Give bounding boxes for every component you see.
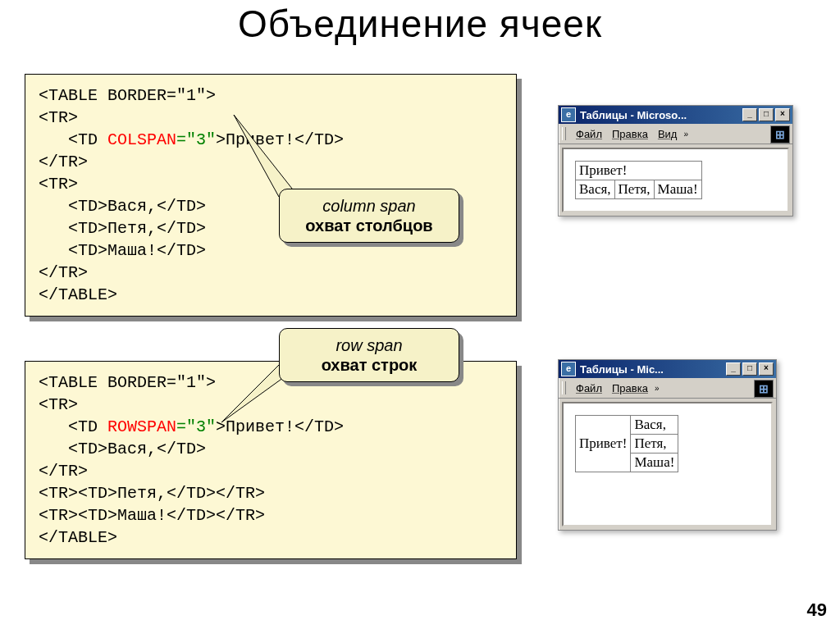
throbber-icon: ⊞: [770, 125, 790, 144]
callout-line2: охват строк: [322, 356, 418, 374]
table-cell: Вася,: [631, 416, 678, 435]
chevron-more-icon[interactable]: »: [683, 130, 688, 139]
callout-line2: охват столбцов: [305, 217, 432, 235]
menu-file[interactable]: Файл: [571, 128, 607, 140]
callout-box: column span охват столбцов: [279, 189, 459, 243]
menu-bar: Файл Правка Вид » ⊞: [559, 124, 792, 144]
close-button[interactable]: ×: [759, 362, 774, 376]
maximize-button[interactable]: □: [742, 362, 757, 376]
callout-row-span: row span охват строк: [279, 328, 459, 382]
chevron-more-icon[interactable]: »: [655, 384, 660, 393]
window-title: Таблицы - Mic...: [580, 363, 726, 376]
toolbar-grip: [562, 127, 566, 140]
minimize-button[interactable]: _: [726, 362, 741, 376]
code-panel: <TABLE BORDER="1"> <TR> <TD ROWSPAN="3">…: [25, 361, 517, 559]
toolbar-grip: [562, 381, 566, 394]
menu-edit[interactable]: Правка: [607, 128, 653, 140]
browser-window-colspan: e Таблицы - Microso... _ □ × Файл Правка…: [558, 105, 793, 217]
browser-client-area: Привет! Вася, Петя, Маша!: [562, 402, 773, 526]
browser-window-rowspan: e Таблицы - Mic... _ □ × Файл Правка » ⊞…: [558, 359, 777, 531]
table-cell: Привет!: [576, 162, 702, 180]
table-cell: Вася,: [576, 180, 615, 199]
ie-icon: e: [561, 107, 576, 122]
slide-title: Объединение ячеек: [0, 2, 840, 46]
table-cell: Маша!: [631, 454, 678, 472]
table-cell: Маша!: [654, 180, 701, 199]
table-cell: Петя,: [614, 180, 654, 199]
window-titlebar: e Таблицы - Microso... _ □ ×: [559, 106, 792, 124]
rendered-table: Привет! Вася, Петя, Маша!: [575, 415, 678, 472]
callout-column-span: column span охват столбцов: [279, 189, 459, 243]
close-button[interactable]: ×: [775, 108, 790, 121]
browser-client-area: Привет! Вася, Петя, Маша!: [562, 148, 789, 212]
window-title: Таблицы - Microso...: [580, 109, 742, 121]
code-block-rowspan: <TABLE BORDER="1"> <TR> <TD ROWSPAN="3">…: [25, 361, 517, 559]
rendered-table: Привет! Вася, Петя, Маша!: [575, 161, 702, 199]
callout-line1: row span: [336, 336, 402, 354]
menu-file[interactable]: Файл: [571, 382, 607, 394]
table-cell: Петя,: [631, 435, 678, 454]
minimize-button[interactable]: _: [742, 108, 757, 121]
maximize-button[interactable]: □: [759, 108, 774, 121]
callout-line1: column span: [322, 197, 415, 215]
throbber-icon: ⊞: [754, 380, 774, 398]
table-cell: Привет!: [576, 416, 631, 472]
window-titlebar: e Таблицы - Mic... _ □ ×: [559, 360, 776, 378]
menu-view[interactable]: Вид: [653, 128, 682, 140]
menu-bar: Файл Правка » ⊞: [559, 378, 776, 399]
callout-box: row span охват строк: [279, 328, 459, 382]
ie-icon: e: [561, 362, 576, 376]
page-number: 49: [807, 599, 827, 621]
menu-edit[interactable]: Правка: [607, 382, 653, 394]
